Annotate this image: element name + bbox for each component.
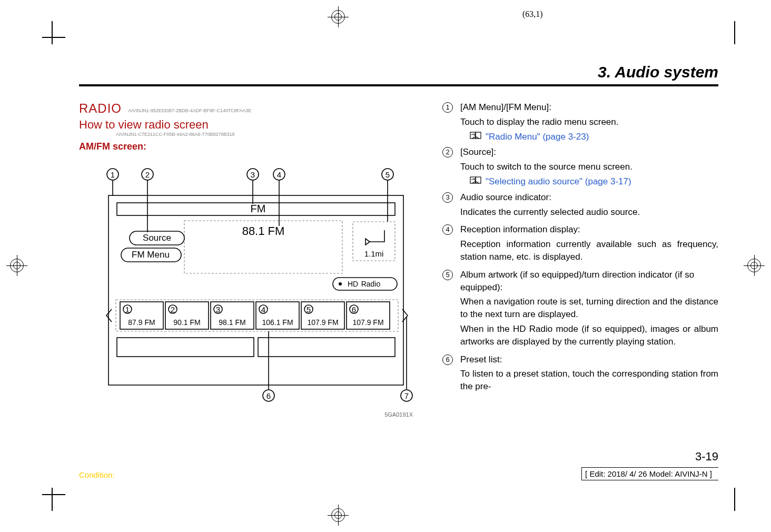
svg-text:1: 1	[125, 305, 130, 314]
page-coordinate: (63,1)	[522, 9, 543, 19]
section-rule	[79, 84, 718, 86]
cross-reference-link[interactable]: "Radio Menu" (page 3-23)	[470, 131, 718, 143]
item-body: Audio source indicator:Indicates the cur…	[460, 191, 718, 221]
amfm-screen-diagram: .ln{stroke:#000;stroke-width:1.6;fill:no…	[100, 164, 416, 406]
svg-point-17	[339, 282, 342, 285]
item-body: [Source]:Touch to switch to the source m…	[460, 146, 718, 188]
diagram-svg: .ln{stroke:#000;stroke-width:1.6;fill:no…	[100, 164, 416, 406]
diagram-menu-button: FM Menu	[132, 250, 170, 260]
callout-2: 2	[145, 170, 150, 179]
list-item: 2[Source]:Touch to switch to the source …	[442, 146, 718, 188]
item-title: Reception information display:	[460, 223, 718, 236]
item-title: Preset list:	[460, 353, 718, 366]
callout-7: 7	[404, 391, 409, 400]
list-item: 1[AM Menu]/[FM Menu]:Touch to display th…	[442, 101, 718, 143]
svg-text:HD: HD	[348, 280, 358, 288]
page-number: 3-19	[695, 450, 718, 464]
item-title: Audio source indicator:	[460, 191, 718, 204]
diagram-preset-6: 6 107.9 FM	[347, 302, 390, 329]
section-title: 3. Audio system	[79, 63, 718, 81]
item-description: Touch to switch to the source menu scree…	[460, 161, 718, 173]
item-number-icon: 1	[442, 102, 453, 113]
callout-6: 6	[266, 391, 271, 400]
diagram-preset-1: 1 87.9 FM	[120, 302, 163, 329]
registration-mark-bottom	[328, 505, 349, 526]
item-title: [AM Menu]/[FM Menu]:	[460, 101, 718, 114]
crop-mark	[734, 21, 735, 44]
item-description: Indicates the currently selected audio s…	[460, 206, 718, 219]
item-body: Preset list:To listen to a preset statio…	[460, 353, 718, 395]
item-number-icon: 6	[442, 354, 453, 365]
svg-rect-52	[476, 132, 481, 139]
item-body: Album artwork (if so equipped)/turn dire…	[460, 269, 718, 350]
list-item: 4Reception information display:Reception…	[442, 223, 718, 265]
guid-hash: AIVINJN1-C7E211CC-F05B-44A2-86A6-770B827…	[116, 132, 427, 137]
svg-text:4: 4	[261, 305, 265, 314]
callout-1: 1	[111, 170, 115, 179]
crop-mark	[734, 488, 735, 511]
list-item: 5Album artwork (if so equipped)/turn dir…	[442, 269, 718, 350]
diagram-source-button: Source	[143, 233, 171, 243]
cross-reference-icon	[470, 175, 482, 185]
footer-edit-info: [ Edit: 2018/ 4/ 26 Model: AIVINJ-N ]	[581, 467, 718, 480]
svg-rect-54	[476, 177, 481, 183]
heading-amfm: AM/FM screen:	[79, 141, 427, 152]
figure-id: 5GA0191X	[384, 411, 413, 418]
cross-reference-text: "Selecting audio source" (page 3-17)	[486, 175, 631, 188]
crop-mark	[42, 37, 65, 38]
list-item: 3Audio source indicator:Indicates the cu…	[442, 191, 718, 221]
diagram-preset-5: 5 107.9 FM	[301, 302, 344, 329]
heading-howto: How to view radio screen	[79, 118, 427, 132]
svg-text:2: 2	[171, 305, 175, 314]
item-body: [AM Menu]/[FM Menu]:Touch to display the…	[460, 101, 718, 143]
item-number-icon: 5	[442, 270, 453, 280]
cross-reference-link[interactable]: "Selecting audio source" (page 3-17)	[470, 175, 718, 188]
crop-mark	[52, 21, 53, 44]
item-description: To listen to a preset station, touch the…	[460, 368, 718, 393]
diagram-preset-4: 4 106.1 FM	[256, 302, 299, 329]
diagram-turn-distance: 1.1mi	[364, 249, 384, 258]
column-layout: RADIO AIVINJN1-952EDDB7-2BDB-4ADF-BF9F-C…	[79, 101, 718, 406]
item-number-icon: 3	[442, 192, 453, 203]
item-description: When in the HD Radio mode (if so equippe…	[460, 323, 718, 348]
diagram-preset-2: 2 90.1 FM	[165, 302, 209, 329]
svg-text:90.1 FM: 90.1 FM	[173, 318, 200, 327]
item-number-icon: 4	[442, 224, 453, 235]
svg-text:Radio: Radio	[361, 280, 381, 288]
svg-text:3: 3	[216, 305, 220, 314]
page-content: 3. Audio system RADIO AIVINJN1-952EDDB7-…	[79, 63, 718, 458]
item-title: Album artwork (if so equipped)/turn dire…	[460, 269, 718, 294]
svg-text:87.9 FM: 87.9 FM	[128, 318, 155, 327]
svg-text:6: 6	[352, 305, 356, 314]
svg-rect-46	[258, 338, 395, 357]
list-item: 6Preset list:To listen to a preset stati…	[442, 353, 718, 395]
registration-mark-left	[6, 255, 27, 276]
svg-text:98.1 FM: 98.1 FM	[219, 318, 245, 327]
svg-text:5: 5	[307, 305, 311, 314]
svg-text:107.9 FM: 107.9 FM	[352, 318, 383, 327]
crop-mark	[52, 488, 53, 511]
diagram-preset-3: 3 98.1 FM	[211, 302, 254, 329]
footer-condition: Condition:	[79, 470, 115, 479]
left-column: RADIO AIVINJN1-952EDDB7-2BDB-4ADF-BF9F-C…	[79, 101, 427, 406]
crop-mark	[42, 494, 65, 495]
callout-5: 5	[386, 170, 390, 179]
right-column: 1[AM Menu]/[FM Menu]:Touch to display th…	[442, 101, 718, 406]
item-body: Reception information display:Reception …	[460, 223, 718, 265]
guid-hash: AIVINJN1-952EDDB7-2BDB-4ADF-BF9F-C1407C8…	[128, 108, 251, 113]
callout-4: 4	[277, 170, 281, 179]
diagram-band-label: FM	[251, 203, 266, 214]
registration-mark-top	[328, 6, 349, 27]
svg-text:107.9 FM: 107.9 FM	[307, 318, 338, 327]
item-number-icon: 2	[442, 147, 453, 157]
diagram-frequency: 88.1 FM	[242, 224, 285, 238]
cross-reference-text: "Radio Menu" (page 3-23)	[486, 131, 589, 143]
item-description: Reception information currently availabl…	[460, 238, 718, 263]
cross-reference-icon	[470, 131, 482, 140]
callout-3: 3	[251, 170, 255, 179]
heading-radio: RADIO	[79, 101, 122, 116]
svg-text:106.1 FM: 106.1 FM	[262, 318, 293, 327]
registration-mark-right	[744, 255, 765, 276]
svg-rect-45	[117, 338, 254, 357]
item-title: [Source]:	[460, 146, 718, 159]
